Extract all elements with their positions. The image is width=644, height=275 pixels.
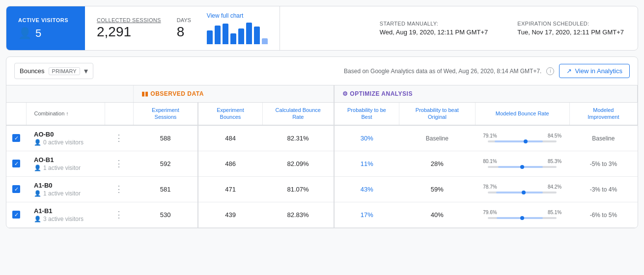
variant-name-cell: AO-B0 👤 0 active visitors [26,125,105,151]
view-full-chart-link[interactable]: View full chart [207,12,268,19]
range-track [488,216,557,220]
more-options-cell[interactable]: ⋮ [105,151,133,176]
table-row: ✓ A1-B1 👤 3 active visitors ⋮ 530 439 82… [6,202,638,227]
section-header-row: ▮▮ OBSERVED DATA ⚙ OPTIMIZE ANALYSIS [6,85,638,103]
right-info-box: STARTED MANUALLY: Wed, Aug 19, 2020, 12:… [366,6,638,50]
more-options-cell[interactable]: ⋮ [105,176,133,202]
table-row: ✓ A1-B0 👤 1 active visitor ⋮ 581 471 81.… [6,176,638,202]
probability-best-value: 11% [361,160,373,167]
more-options-icon[interactable]: ⋮ [112,208,125,221]
exp-bounces-cell: 471 [198,176,262,202]
range-labels: 79.6% 85.1% [483,210,561,215]
chart-area: View full chart [207,12,268,44]
variant-info: 👤 0 active visitors [34,139,97,146]
exp-sessions-cell: 592 [133,151,198,176]
view-analytics-button[interactable]: ↗ View in Analytics [559,64,630,78]
range-max-label: 84.2% [548,184,561,190]
range-min-label: 80.1% [483,159,497,164]
row-checkbox-cell[interactable]: ✓ [6,125,26,151]
column-headers-row: Combination ↑ Experiment Sessions Experi… [6,103,638,125]
days-value: 8 [177,24,191,40]
calc-bounce-rate-cell: 81.07% [262,176,334,202]
range-bar: 79.6% 85.1% [483,210,561,220]
modeled-bounce-rate-cell: 78.7% 84.2% [475,176,569,202]
checkbox-col-header [6,103,26,125]
prob-best-cell: 11% [334,151,399,176]
range-max-label: 84.5% [548,133,561,138]
exp-sessions-cell: 530 [133,202,198,227]
prob-best-col-header[interactable]: Probability to be Best [334,103,399,125]
view-analytics-label: View in Analytics [575,67,622,75]
prob-beat-original-cell: Baseline [399,125,476,151]
row-checkbox-cell[interactable]: ✓ [6,176,26,202]
more-options-icon[interactable]: ⋮ [112,182,125,196]
main-panel: Bounces PRIMARY ▾ Based on Google Analyt… [6,56,638,228]
exp-sessions-col-header[interactable]: Experiment Sessions [133,103,198,125]
more-options-icon[interactable]: ⋮ [112,157,125,170]
analytics-note: Based on Google Analytics data as of Wed… [344,68,541,75]
prob-beat-original-cell: 59% [399,176,476,202]
sessions-box: COLLECTED SESSIONS 2,291 DAYS 8 View ful… [85,6,280,50]
variant-name-cell: A1-B1 👤 3 active visitors [26,202,105,227]
modeled-improvement-cell: Baseline [569,125,637,151]
exp-bounces-cell: 486 [198,151,262,176]
days-block: DAYS 8 [177,17,191,40]
checkbox-icon[interactable]: ✓ [12,160,20,167]
exp-bounces-cell: 484 [198,125,262,151]
exp-bounces-col-header[interactable]: Experiment Bounces [198,103,262,125]
range-fill [496,192,543,193]
chart-bar [230,33,236,44]
collected-sessions-value: 2,291 [97,24,161,40]
modeled-improvement-baseline: Baseline [592,135,615,142]
checkbox-icon[interactable]: ✓ [12,134,20,142]
checkbox-icon[interactable]: ✓ [12,185,20,193]
calc-bounce-rate-col-header[interactable]: Calculated Bounce Rate [262,103,334,125]
more-options-icon[interactable]: ⋮ [112,131,125,145]
active-visitors-count: 👤 5 [18,27,73,40]
range-bar: 78.7% 84.2% [483,184,561,194]
row-checkbox-cell[interactable]: ✓ [6,202,26,227]
probability-best-value: 17% [361,211,373,219]
active-visitors-text: 1 active visitor [43,190,81,197]
range-min-label: 79.6% [483,210,497,215]
variant-name-cell: AO-B1 👤 1 active visitor [26,151,105,176]
expiration-scheduled-label: EXPIRATION SCHEDULED: [517,21,624,27]
checkbox-icon[interactable]: ✓ [12,211,20,219]
modeled-improvement-col-header[interactable]: Modeled Improvement [569,103,637,125]
active-visitors-box: ACTIVE VISITORS 👤 5 [6,6,85,50]
started-manually-value: Wed, Aug 19, 2020, 12:11 PM GMT+7 [380,28,488,36]
table-row: ✓ AO-B0 👤 0 active visitors ⋮ 588 484 82… [6,125,638,151]
variant-info: 👤 1 active visitor [34,165,97,171]
chart-bar [238,28,244,44]
person-small-icon: 👤 [34,165,41,171]
variant-info: 👤 3 active visitors [34,216,97,222]
modeled-bounce-rate-cell: 79.1% 84.5% [475,125,569,151]
more-options-cell[interactable]: ⋮ [105,202,133,227]
combination-col-header[interactable]: Combination ↑ [26,103,105,125]
row-checkbox-cell[interactable]: ✓ [6,151,26,176]
info-icon[interactable]: i [546,67,554,75]
calc-bounce-rate-cell: 82.09% [262,151,334,176]
chart-bar [246,23,252,44]
modeled-improvement-value: -3% to 4% [590,186,617,193]
started-manually-label: STARTED MANUALLY: [380,21,488,27]
chart-bar [262,38,268,44]
probability-beat-value: 59% [431,186,444,193]
range-track [488,139,557,143]
bar-chart [207,22,268,44]
modeled-bounce-rate-col-header[interactable]: Modeled Bounce Rate [475,103,569,125]
range-labels: 80.1% 85.3% [483,159,561,164]
chart-bar [254,27,260,44]
range-max-label: 85.1% [548,210,561,215]
more-options-cell[interactable]: ⋮ [105,125,133,151]
metric-selector[interactable]: Bounces PRIMARY ▾ [14,63,93,79]
range-bar: 80.1% 85.3% [483,159,561,169]
variant-info: 👤 1 active visitor [34,190,97,197]
calc-bounce-rate-cell: 82.83% [262,202,334,227]
table-row: ✓ AO-B1 👤 1 active visitor ⋮ 592 486 82.… [6,151,638,176]
prob-beat-original-col-header[interactable]: Probability to beat Original [399,103,476,125]
chart-bar [207,30,213,44]
variant-name-cell: A1-B0 👤 1 active visitor [26,176,105,202]
active-visitors-text: 0 active visitors [43,139,84,146]
optimize-analysis-header: ⚙ OPTIMIZE ANALYSIS [342,90,413,97]
